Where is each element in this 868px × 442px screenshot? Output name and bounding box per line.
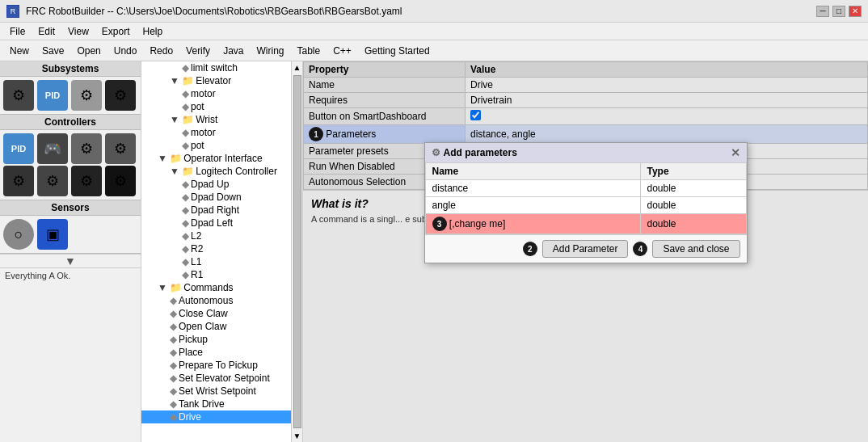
minimize-button[interactable]: ─ <box>816 6 829 17</box>
toolbar-open[interactable]: Open <box>72 44 105 58</box>
tree-panel: ◆limit switch ▼ 📁Elevator ◆motor ◆pot ▼ … <box>141 61 303 442</box>
toolbar-getting-started[interactable]: Getting Started <box>360 44 435 58</box>
modal-close-button[interactable]: ✕ <box>731 146 740 159</box>
controller-icon-pid[interactable]: PID <box>3 133 34 164</box>
modal-col-type: Type <box>640 163 746 180</box>
tree-item-logitech-controller[interactable]: ▼ 📁Logitech Controller <box>141 165 291 178</box>
tree-item-wrist[interactable]: ▼ 📁Wrist <box>141 113 291 126</box>
subsystem-icon-pid[interactable]: PID <box>37 80 68 111</box>
tree-item-drive[interactable]: ◆Drive <box>141 410 291 423</box>
toolbar: New Save Open Undo Redo Verify Java Wiri… <box>0 40 868 61</box>
controller-icon-4[interactable]: ⚙ <box>105 133 136 164</box>
sensor-icon-2[interactable]: ▣ <box>37 219 68 250</box>
subsystem-icon-4[interactable]: ⚙ <box>105 80 136 111</box>
toolbar-verify[interactable]: Verify <box>181 44 215 58</box>
tree-item-wrist-pot[interactable]: ◆pot <box>141 139 291 152</box>
menu-view[interactable]: View <box>61 24 95 39</box>
modal-col-name: Name <box>425 163 640 180</box>
menu-export[interactable]: Export <box>95 24 137 39</box>
maximize-button[interactable]: □ <box>832 6 845 17</box>
modal-titlebar: ⚙ Add parameters ✕ <box>425 143 747 162</box>
main-area: Subsystems ⚙ PID ⚙ ⚙ Controllers PID 🎮 ⚙… <box>0 61 868 442</box>
modal-title: Add parameters <box>444 147 517 158</box>
controller-icon-7[interactable]: ⚙ <box>71 166 102 196</box>
modal-row-angle: angle double <box>425 197 746 214</box>
app-icon: R <box>6 5 19 18</box>
badge-3: 3 <box>432 217 447 231</box>
toolbar-undo[interactable]: Undo <box>109 44 142 58</box>
subsystems-header: Subsystems <box>0 61 141 77</box>
menu-file[interactable]: File <box>3 24 32 39</box>
tree-item-l2[interactable]: ◆L2 <box>141 229 291 242</box>
tree-item-r1[interactable]: ◆R1 <box>141 268 291 281</box>
toolbar-java[interactable]: Java <box>218 44 248 58</box>
subsystem-icon-1[interactable]: ⚙ <box>3 80 34 111</box>
modal-gear-icon: ⚙ <box>432 147 440 158</box>
tree-item-dpad-right[interactable]: ◆Dpad Right <box>141 204 291 217</box>
modal-row-changeme: 3 [,change me] double <box>425 214 746 234</box>
badge-2: 2 <box>523 242 537 256</box>
tree-item-r2[interactable]: ◆R2 <box>141 242 291 255</box>
tree-item-elevator-pot[interactable]: ◆pot <box>141 100 291 113</box>
tree-item-pickup[interactable]: ◆Pickup <box>141 333 291 346</box>
modal-cell-angle-name[interactable]: angle <box>425 197 640 214</box>
menu-edit[interactable]: Edit <box>32 24 61 39</box>
tree-item-limitswitch[interactable]: ◆limit switch <box>141 61 291 74</box>
controller-icon-3[interactable]: ⚙ <box>71 133 102 164</box>
status-footer: Everything A Ok. <box>0 267 141 283</box>
controller-icon-gamepad[interactable]: 🎮 <box>37 133 68 164</box>
controllers-header: Controllers <box>0 115 141 130</box>
toolbar-new[interactable]: New <box>5 44 34 58</box>
toolbar-cpp[interactable]: C++ <box>328 44 356 58</box>
tree-item-place[interactable]: ◆Place <box>141 346 291 359</box>
tree-item-prepare-to-pickup[interactable]: ◆Prepare To Pickup <box>141 359 291 372</box>
modal-cell-changeme-name[interactable]: 3 [,change me] <box>425 214 640 234</box>
controller-icon-6[interactable]: ⚙ <box>37 166 68 196</box>
tree-item-autonomous[interactable]: ◆Autonomous <box>141 294 291 307</box>
tree-item-dpad-left[interactable]: ◆Dpad Left <box>141 217 291 229</box>
toolbar-table[interactable]: Table <box>293 44 326 58</box>
tree-scrollbar-thumb[interactable] <box>293 75 301 428</box>
tree-item-operator-interface[interactable]: ▼ 📁Operator Interface <box>141 152 291 165</box>
controller-icon-5[interactable]: ⚙ <box>3 166 34 196</box>
badge-4: 4 <box>633 242 647 256</box>
modal-cell-distance-name[interactable]: distance <box>425 180 640 197</box>
title-text: FRC RobotBuilder -- C:\Users\Joe\Documen… <box>26 6 402 17</box>
toolbar-save[interactable]: Save <box>37 44 69 58</box>
add-parameter-button[interactable]: Add Parameter <box>542 240 629 258</box>
toolbar-redo[interactable]: Redo <box>145 44 178 58</box>
tree-item-open-claw[interactable]: ◆Open Claw <box>141 320 291 333</box>
left-panel: Subsystems ⚙ PID ⚙ ⚙ Controllers PID 🎮 ⚙… <box>0 61 141 442</box>
scroll-down-button[interactable]: ▼ <box>0 254 141 267</box>
modal-cell-changeme-type[interactable]: double <box>640 214 746 234</box>
modal-cell-distance-type[interactable]: double <box>640 180 746 197</box>
tree-item-set-elevator-setpoint[interactable]: ◆Set Elevator Setpoint <box>141 372 291 385</box>
tree-item-dpad-up[interactable]: ◆Dpad Up <box>141 178 291 191</box>
add-parameters-modal: ⚙ Add parameters ✕ Name Type distan <box>424 142 748 263</box>
tree-item-tank-drive[interactable]: ◆Tank Drive <box>141 398 291 410</box>
sensor-icon-1[interactable]: ○ <box>3 219 34 250</box>
tree-item-dpad-down[interactable]: ◆Dpad Down <box>141 191 291 204</box>
tree-scroll-down[interactable]: ▼ <box>292 430 303 442</box>
menu-help[interactable]: Help <box>137 24 170 39</box>
modal-row-distance: distance double <box>425 180 746 197</box>
subsystem-icon-3[interactable]: ⚙ <box>71 80 102 111</box>
titlebar: R FRC RobotBuilder -- C:\Users\Joe\Docum… <box>0 0 868 23</box>
tree-item-elevator-motor[interactable]: ◆motor <box>141 87 291 100</box>
modal-footer: 2 Add Parameter 4 Save and close <box>425 234 747 263</box>
close-button[interactable]: ✕ <box>849 6 862 17</box>
modal-cell-angle-type[interactable]: double <box>640 197 746 214</box>
tree-scroll-up[interactable]: ▲ <box>292 61 303 74</box>
tree-item-set-wrist-setpoint[interactable]: ◆Set Wrist Setpoint <box>141 385 291 398</box>
tree-item-commands[interactable]: ▼ 📁Commands <box>141 281 291 294</box>
tree-item-close-claw[interactable]: ◆Close Claw <box>141 307 291 320</box>
controller-icon-8[interactable]: ⚙ <box>105 166 136 196</box>
tree-item-wrist-motor[interactable]: ◆motor <box>141 126 291 139</box>
save-and-close-button[interactable]: Save and close <box>652 240 739 258</box>
modal-overlay: ⚙ Add parameters ✕ Name Type distan <box>303 61 868 442</box>
sensors-header: Sensors <box>0 200 141 216</box>
tree-item-l1[interactable]: ◆L1 <box>141 255 291 268</box>
right-panel: Property Value Name Drive Requires Drive… <box>303 61 868 442</box>
toolbar-wiring[interactable]: Wiring <box>251 44 289 58</box>
tree-item-elevator[interactable]: ▼ 📁Elevator <box>141 74 291 87</box>
